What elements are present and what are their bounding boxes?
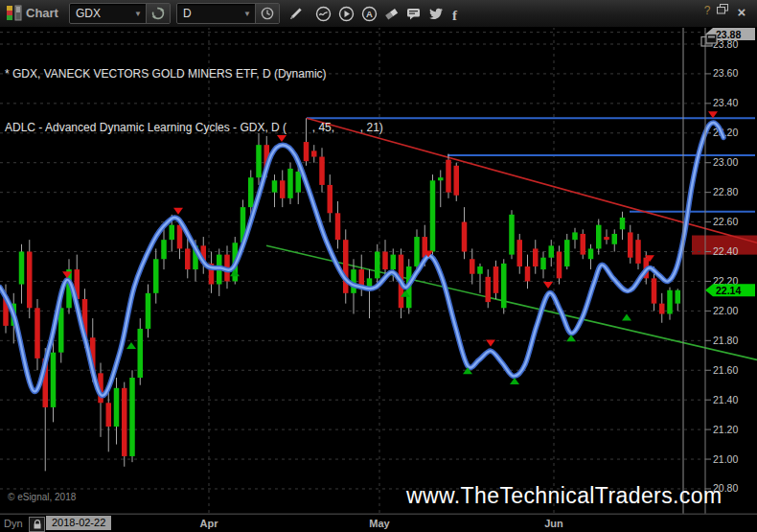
candle-body — [628, 232, 633, 257]
start-date-box[interactable]: 2018-02-22 — [46, 516, 111, 530]
y-axis-tick-label: 23.60 — [713, 67, 738, 79]
cycle-top-marker — [173, 208, 183, 215]
esignal-chart-window: { "window": { "app_label": "Chart", "hel… — [0, 0, 757, 532]
cycle-bottom-marker — [622, 314, 631, 321]
candle-body — [177, 225, 183, 249]
candle-body — [185, 248, 191, 269]
play-icon — [338, 6, 355, 22]
candle-body — [462, 222, 468, 252]
time-template-button[interactable] — [256, 4, 279, 23]
y-axis-tick-label: 21.60 — [713, 364, 738, 376]
close-button[interactable]: × — [734, 4, 749, 20]
candle-body — [525, 266, 531, 281]
candle-body — [287, 169, 293, 198]
interval-entry-group: D ▼ — [176, 3, 280, 24]
candle-body — [635, 240, 641, 264]
candle-body — [335, 213, 341, 240]
candle-body — [375, 252, 380, 279]
candle-body — [19, 252, 25, 285]
candle-body — [248, 177, 254, 207]
cycle-top-marker — [486, 339, 495, 346]
y-axis-tick-label: 22.40 — [713, 245, 738, 257]
candle-body — [549, 245, 555, 257]
candle-body — [509, 215, 515, 255]
candle-body — [27, 252, 33, 309]
y-axis-tick-label: 22.00 — [713, 305, 738, 316]
candle-body — [581, 234, 586, 255]
candle-body — [676, 290, 681, 304]
candle-body — [652, 278, 657, 303]
interval-input[interactable]: D — [177, 7, 240, 20]
x-axis-label-jun: Jun — [539, 518, 568, 529]
help-button[interactable]: ? — [700, 4, 715, 17]
facebook-share-button[interactable]: f — [446, 5, 463, 22]
cycle-bottom-marker — [510, 378, 519, 384]
candle-body — [493, 266, 499, 293]
candle-body — [612, 234, 618, 244]
candle-body — [470, 259, 475, 273]
toolbar: Chart GDX ▼ D ▼ — [0, 0, 757, 28]
candle-body — [382, 252, 388, 270]
symbol-reload-icon — [151, 7, 165, 20]
candle-body — [51, 353, 57, 407]
x-axis-label-may: May — [365, 518, 394, 529]
x-axis-label-apr: Apr — [195, 518, 223, 529]
chat-bubble-icon — [405, 6, 422, 22]
y-axis-tick-label: 21.00 — [713, 453, 738, 465]
chart-title-block: * GDX, VANECK VECTORS GOLD MINERS ETF, D… — [5, 30, 383, 154]
candle-body — [564, 240, 570, 266]
cycle-top-marker — [543, 282, 553, 289]
candle-body — [153, 259, 159, 293]
pane-restore-button[interactable] — [700, 33, 719, 53]
candle-body — [129, 378, 135, 456]
auto-analysis-button[interactable]: A — [360, 5, 378, 22]
symbol-dropdown-caret[interactable]: ▼ — [130, 10, 146, 18]
draw-pencil-button[interactable] — [287, 5, 305, 22]
svg-text:A: A — [366, 9, 373, 19]
play-button[interactable] — [337, 5, 355, 22]
app-title: Chart — [26, 6, 58, 20]
curve-tool-icon — [315, 6, 332, 22]
chart-window-icon — [6, 4, 23, 27]
dyn-mode-label[interactable]: Dyn — [4, 518, 23, 529]
cycle-bottom-marker — [566, 335, 576, 341]
candle-body — [667, 290, 673, 314]
eraser-button[interactable] — [382, 5, 400, 22]
watermark-label: www.TheTechnicalTraders.com — [406, 483, 723, 509]
restore-window-button[interactable] — [715, 4, 730, 17]
symbol-reload-button[interactable] — [147, 4, 170, 23]
y-axis-tick-label: 22.80 — [713, 186, 738, 197]
candle-body — [296, 172, 302, 193]
restore-icon — [717, 4, 728, 14]
y-axis-tick-label: 22.60 — [713, 216, 738, 227]
candle-body — [391, 255, 397, 269]
candle-body — [170, 225, 175, 240]
candle-body — [620, 218, 626, 229]
svg-text:f: f — [452, 7, 458, 21]
candle-body — [138, 329, 144, 378]
candle-body — [272, 180, 278, 192]
twitter-share-button[interactable] — [426, 5, 444, 22]
symbol-input[interactable]: GDX — [70, 7, 130, 20]
clock-icon — [261, 7, 274, 20]
eraser-icon — [383, 6, 400, 22]
lock-icon[interactable] — [29, 517, 45, 532]
y-axis-tick-label: 21.80 — [713, 335, 738, 346]
interval-dropdown-caret[interactable]: ▼ — [240, 10, 255, 18]
pane-restore-icon — [700, 33, 719, 49]
candle-body — [557, 252, 562, 279]
y-axis-tick-label: 23.00 — [713, 156, 738, 168]
svg-text:22.14: 22.14 — [716, 285, 741, 296]
symbol-title: * GDX, VANECK VECTORS GOLD MINERS ETF, D… — [5, 65, 383, 83]
candle-body — [430, 180, 436, 251]
candle-body — [122, 388, 127, 456]
y-axis-tick-label: 21.20 — [713, 424, 738, 435]
facebook-icon: f — [447, 6, 463, 22]
pencil-icon — [288, 6, 304, 21]
candle-body — [114, 388, 120, 427]
chat-button[interactable] — [404, 5, 422, 22]
candle-body — [588, 248, 594, 259]
candle-body — [533, 248, 539, 266]
curve-tool-button[interactable] — [314, 5, 332, 22]
candle-body — [659, 304, 665, 314]
